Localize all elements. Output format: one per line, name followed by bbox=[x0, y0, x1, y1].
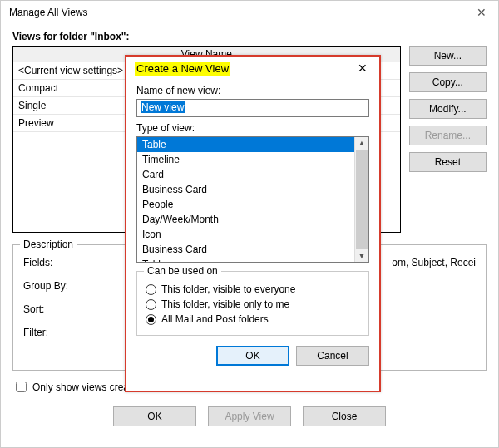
type-label: Type of view: bbox=[136, 122, 369, 134]
modal-cancel-button[interactable]: Cancel bbox=[296, 346, 369, 366]
name-input[interactable]: New view bbox=[136, 99, 369, 117]
radio-label: This folder, visible only to me bbox=[161, 298, 289, 310]
name-label: Name of new view: bbox=[136, 85, 369, 96]
ok-button[interactable]: OK bbox=[113, 406, 196, 426]
groupby-label: Group By: bbox=[23, 280, 82, 292]
modal-ok-button[interactable]: OK bbox=[216, 346, 289, 366]
list-item[interactable]: Timeline bbox=[137, 152, 354, 167]
modal-button-row: OK Cancel bbox=[136, 346, 369, 366]
only-show-checkbox[interactable] bbox=[16, 382, 27, 392]
radio-label: This folder, visible to everyone bbox=[161, 283, 295, 295]
list-item[interactable]: Business Card bbox=[137, 242, 354, 257]
radio-icon[interactable] bbox=[146, 314, 156, 325]
views-for-label: Views for folder "Inbox": bbox=[12, 31, 487, 42]
reset-button[interactable]: Reset bbox=[409, 152, 487, 172]
scroll-down-icon[interactable]: ▼ bbox=[358, 250, 366, 262]
name-input-value: New view bbox=[141, 101, 185, 113]
radio-row[interactable]: This folder, visible only to me bbox=[146, 298, 360, 310]
list-item[interactable]: Business Card bbox=[137, 182, 354, 197]
radio-icon[interactable] bbox=[146, 284, 156, 295]
outer-titlebar: Manage All Views ✕ bbox=[1, 1, 498, 24]
list-item[interactable]: Table bbox=[137, 257, 354, 262]
create-view-dialog: Create a New View ✕ Name of new view: Ne… bbox=[125, 55, 381, 392]
used-on-legend: Can be used on bbox=[144, 265, 221, 277]
list-item[interactable]: Icon bbox=[137, 227, 354, 242]
side-buttons: New... Copy... Modify... Rename... Reset bbox=[409, 46, 487, 233]
copy-button[interactable]: Copy... bbox=[409, 72, 487, 92]
used-on-group: Can be used on This folder, visible to e… bbox=[136, 271, 369, 336]
apply-view-button: Apply View bbox=[208, 406, 291, 426]
modal-title-text: Create a New View bbox=[135, 62, 230, 76]
close-button[interactable]: Close bbox=[303, 406, 386, 426]
radio-row[interactable]: All Mail and Post folders bbox=[146, 313, 360, 325]
outer-title-text: Manage All Views bbox=[9, 7, 88, 18]
modal-close-icon[interactable]: ✕ bbox=[353, 60, 373, 76]
scroll-up-icon[interactable]: ▲ bbox=[358, 137, 366, 149]
filter-label: Filter: bbox=[23, 327, 82, 338]
radio-icon[interactable] bbox=[146, 299, 156, 310]
scrollbar[interactable]: ▲ ▼ bbox=[354, 137, 368, 262]
list-item[interactable]: Day/Week/Month bbox=[137, 212, 354, 227]
description-legend: Description bbox=[20, 239, 77, 250]
modal-titlebar: Create a New View ✕ bbox=[126, 57, 379, 80]
type-listbox[interactable]: TableTimelineCardBusiness CardPeopleDay/… bbox=[136, 136, 369, 263]
modify-button[interactable]: Modify... bbox=[409, 99, 487, 119]
list-item[interactable]: Table bbox=[137, 137, 354, 152]
new-button[interactable]: New... bbox=[409, 46, 487, 66]
rename-button: Rename... bbox=[409, 126, 487, 145]
radio-row[interactable]: This folder, visible to everyone bbox=[146, 283, 360, 295]
sort-label: Sort: bbox=[23, 303, 82, 315]
list-item[interactable]: Card bbox=[137, 167, 354, 182]
list-item[interactable]: People bbox=[137, 197, 354, 212]
radio-label: All Mail and Post folders bbox=[161, 313, 269, 325]
fields-label: Fields: bbox=[23, 257, 82, 268]
bottom-button-row: OK Apply View Close bbox=[12, 406, 487, 426]
close-icon[interactable]: ✕ bbox=[470, 4, 493, 21]
scroll-thumb[interactable] bbox=[356, 150, 368, 249]
